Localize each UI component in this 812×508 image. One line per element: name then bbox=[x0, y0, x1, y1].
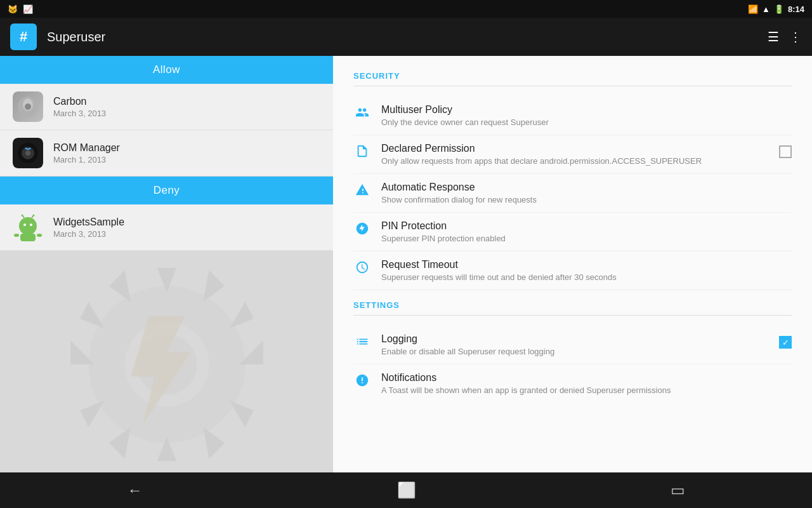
security-section-title: SECURITY bbox=[353, 71, 792, 81]
svg-point-1 bbox=[136, 335, 197, 395]
carbon-app-name: Carbon bbox=[53, 96, 106, 107]
signal-icon: 📶 bbox=[748, 4, 758, 14]
allow-label: Allow bbox=[153, 64, 180, 76]
notifications-item[interactable]: Notifications A Toast will be shown when… bbox=[353, 364, 792, 403]
carbon-app-icon bbox=[13, 91, 43, 122]
declared-permission-content: Declared Permission Only allow requests … bbox=[381, 143, 769, 166]
svg-rect-16 bbox=[20, 234, 36, 241]
svg-rect-17 bbox=[14, 234, 19, 237]
multiuser-subtitle: Only the device owner can request Superu… bbox=[381, 117, 792, 127]
svg-point-0 bbox=[107, 304, 227, 425]
request-timeout-item[interactable]: Request Timeout Superuser requests will … bbox=[353, 251, 792, 290]
svg-point-14 bbox=[22, 215, 23, 217]
right-panel: SECURITY Multiuser Policy Only the devic… bbox=[333, 56, 812, 472]
app-logo: # bbox=[10, 23, 37, 50]
pin-protection-title: PIN Protection bbox=[381, 220, 792, 232]
widgets-app-info: WidgetsSample March 3, 2013 bbox=[53, 217, 124, 239]
watermark-gear bbox=[46, 244, 287, 472]
svg-point-11 bbox=[30, 224, 32, 226]
automatic-response-subtitle: Show confirmation dialog for new request… bbox=[381, 195, 792, 204]
rom-manager-app-info: ROM Manager March 1, 2013 bbox=[53, 142, 120, 164]
request-timeout-icon bbox=[353, 260, 371, 278]
automatic-response-title: Automatic Response bbox=[381, 182, 792, 193]
app-bar: # Superuser ☰ ⋮ bbox=[0, 18, 812, 56]
logging-checkbox[interactable]: ✓ bbox=[779, 336, 792, 349]
status-time: 8:14 bbox=[788, 4, 804, 14]
back-button[interactable]: ← bbox=[128, 481, 143, 499]
svg-point-8 bbox=[25, 150, 30, 156]
app-logo-symbol: # bbox=[20, 29, 27, 45]
automatic-response-item[interactable]: Automatic Response Show confirmation dia… bbox=[353, 174, 792, 213]
home-button[interactable]: ⬜ bbox=[397, 481, 416, 499]
svg-rect-18 bbox=[37, 234, 42, 237]
recents-button[interactable]: ▭ bbox=[671, 481, 685, 499]
pin-protection-subtitle: Superuser PIN protection enabled bbox=[381, 234, 792, 243]
request-timeout-subtitle: Superuser requests will time out and be … bbox=[381, 272, 792, 282]
security-divider bbox=[353, 86, 792, 86]
widgets-app-icon bbox=[13, 212, 43, 243]
deny-section-header: Deny bbox=[0, 177, 333, 204]
app-bar-actions: ☰ ⋮ bbox=[768, 29, 802, 44]
request-timeout-content: Request Timeout Superuser requests will … bbox=[381, 259, 792, 282]
deny-label: Deny bbox=[154, 184, 180, 196]
logging-content: Logging Enable or disable all Superuser … bbox=[381, 333, 769, 356]
declared-permission-checkbox[interactable] bbox=[779, 145, 792, 158]
logging-subtitle: Enable or disable all Superuser request … bbox=[381, 347, 769, 356]
app-title: Superuser bbox=[47, 30, 757, 44]
svg-point-5 bbox=[25, 104, 31, 110]
status-bar-right: 📶 ▲ 🔋 8:14 bbox=[748, 4, 804, 14]
rom-manager-app-date: March 1, 2013 bbox=[53, 155, 120, 164]
declared-permission-item[interactable]: Declared Permission Only allow requests … bbox=[353, 135, 792, 174]
svg-point-2 bbox=[148, 347, 185, 383]
status-bar-left: 🐱 📈 bbox=[8, 4, 33, 14]
pin-protection-icon bbox=[353, 222, 371, 239]
cat-icon: 🐱 bbox=[8, 4, 18, 14]
rom-manager-app-icon bbox=[13, 138, 43, 168]
automatic-response-icon bbox=[353, 183, 371, 201]
declared-permission-subtitle: Only allow requests from apps that decla… bbox=[381, 156, 769, 166]
settings-section-title: SETTINGS bbox=[353, 300, 792, 310]
content-area: Allow Carbon March 3, 2013 bbox=[0, 56, 812, 472]
status-bar: 🐱 📈 📶 ▲ 🔋 8:14 bbox=[0, 0, 812, 18]
left-panel: Allow Carbon March 3, 2013 bbox=[0, 56, 333, 472]
carbon-icon-graphic bbox=[13, 91, 43, 122]
notifications-subtitle: A Toast will be shown when an app is gra… bbox=[381, 385, 792, 395]
rom-icon-graphic bbox=[13, 138, 43, 168]
list-item[interactable]: WidgetsSample March 3, 2013 bbox=[0, 204, 333, 251]
carbon-app-date: March 3, 2013 bbox=[53, 109, 106, 118]
list-item[interactable]: Carbon March 3, 2013 bbox=[0, 84, 333, 130]
settings-divider bbox=[353, 315, 792, 316]
rom-manager-app-name: ROM Manager bbox=[53, 142, 120, 154]
widgets-app-date: March 3, 2013 bbox=[53, 229, 124, 239]
allow-section-header: Allow bbox=[0, 56, 333, 84]
multiuser-icon bbox=[353, 105, 371, 123]
nav-bar: ← ⬜ ▭ bbox=[0, 472, 812, 508]
wifi-icon: ▲ bbox=[762, 4, 770, 14]
multiuser-policy-item[interactable]: Multiuser Policy Only the device owner c… bbox=[353, 97, 792, 135]
menu-lines-icon[interactable]: ☰ bbox=[768, 29, 779, 44]
multiuser-content: Multiuser Policy Only the device owner c… bbox=[381, 104, 792, 127]
automatic-response-content: Automatic Response Show confirmation dia… bbox=[381, 182, 792, 204]
battery-icon: 🔋 bbox=[774, 4, 784, 14]
notifications-content: Notifications A Toast will be shown when… bbox=[381, 372, 792, 395]
svg-point-9 bbox=[19, 217, 37, 235]
logging-item[interactable]: Logging Enable or disable all Superuser … bbox=[353, 326, 792, 364]
declared-permission-title: Declared Permission bbox=[381, 143, 769, 154]
notifications-icon bbox=[353, 373, 371, 391]
trending-icon: 📈 bbox=[23, 4, 33, 14]
widgets-app-name: WidgetsSample bbox=[53, 217, 124, 228]
logging-title: Logging bbox=[381, 333, 769, 345]
overflow-menu-icon[interactable]: ⋮ bbox=[789, 29, 802, 44]
svg-point-15 bbox=[33, 215, 35, 217]
logging-icon bbox=[353, 335, 371, 352]
svg-point-10 bbox=[23, 224, 26, 226]
pin-protection-content: PIN Protection Superuser PIN protection … bbox=[381, 220, 792, 243]
declared-permission-icon bbox=[353, 144, 371, 162]
multiuser-title: Multiuser Policy bbox=[381, 104, 792, 116]
notifications-title: Notifications bbox=[381, 372, 792, 384]
carbon-app-info: Carbon March 3, 2013 bbox=[53, 96, 106, 118]
pin-protection-item[interactable]: PIN Protection Superuser PIN protection … bbox=[353, 213, 792, 251]
widget-icon-graphic bbox=[13, 212, 43, 243]
list-item[interactable]: ROM Manager March 1, 2013 bbox=[0, 130, 333, 177]
request-timeout-title: Request Timeout bbox=[381, 259, 792, 271]
